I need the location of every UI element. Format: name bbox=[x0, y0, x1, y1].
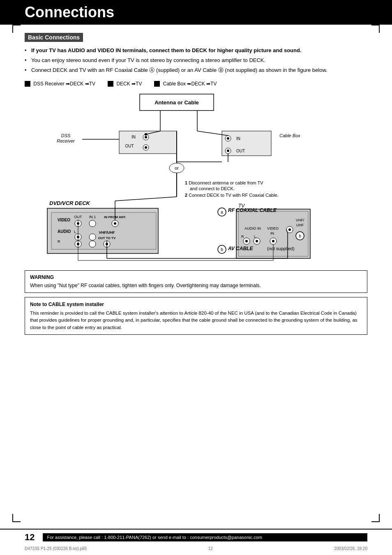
black-square-1 bbox=[25, 81, 30, 87]
assistance-text: For assistance, please call : 1-800-211-… bbox=[43, 533, 367, 541]
svg-text:OUT: OUT bbox=[236, 149, 245, 153]
svg-text:VIDEO: VIDEO bbox=[58, 218, 70, 222]
warning-text: When using "Nut type" RF coaxial cables,… bbox=[30, 282, 362, 289]
svg-text:IN: IN bbox=[236, 136, 240, 141]
page-number: 12 bbox=[25, 532, 35, 543]
svg-text:b: b bbox=[221, 247, 223, 252]
label-dss: DSS Receiver ➡DECK ➡TV bbox=[25, 81, 95, 87]
svg-text:RF COAXIAL CABLE: RF COAXIAL CABLE bbox=[228, 207, 277, 213]
corner-mark-tr bbox=[371, 25, 380, 33]
svg-rect-7 bbox=[119, 131, 177, 154]
label-cable-text: Cable Box ➡DECK ➡TV bbox=[161, 81, 217, 87]
svg-text:R: R bbox=[58, 240, 60, 244]
svg-point-22 bbox=[227, 150, 229, 152]
svg-text:AUDIO IN: AUDIO IN bbox=[244, 226, 261, 230]
svg-point-81 bbox=[272, 240, 274, 242]
doc-info: D4733S P1-25 (030226 B-lot).p65 12 2003/… bbox=[25, 546, 367, 551]
svg-text:UHF: UHF bbox=[296, 223, 304, 227]
label-deck-text: DECK ➡TV bbox=[115, 81, 142, 87]
svg-point-19 bbox=[227, 137, 229, 140]
svg-text:Cable Box: Cable Box bbox=[279, 133, 300, 138]
bullet-3-text: Connect DECK and TV with an RF Coaxial C… bbox=[31, 67, 327, 73]
corner-mark-bl bbox=[12, 514, 21, 522]
warning-title: WARNING bbox=[30, 274, 362, 281]
svg-point-14 bbox=[145, 146, 147, 149]
svg-point-43 bbox=[89, 220, 96, 227]
svg-text:(not supplied): (not supplied) bbox=[267, 246, 295, 251]
warning-box: WARNING When using "Nut type" RF coaxial… bbox=[25, 270, 367, 293]
svg-text:L: L bbox=[74, 230, 76, 234]
svg-text:DSS: DSS bbox=[61, 133, 71, 138]
diagram-svg: Antenna or Cable DSS Receiver IN bbox=[25, 90, 370, 263]
svg-point-46 bbox=[114, 222, 116, 225]
corner-mark-br bbox=[371, 514, 380, 522]
svg-point-51 bbox=[89, 234, 96, 240]
svg-text:2 Connect DECK to TV with RF C: 2 Connect DECK to TV with RF Coaxial Cab… bbox=[185, 193, 279, 198]
svg-text:IN: IN bbox=[131, 135, 136, 139]
svg-text:or: or bbox=[175, 166, 179, 170]
note-text: This reminder is provided to call the CA… bbox=[30, 310, 362, 331]
svg-text:DVD/VCR DECK: DVD/VCR DECK bbox=[49, 200, 91, 206]
svg-point-55 bbox=[89, 241, 96, 247]
svg-text:OUT TO TV: OUT TO TV bbox=[98, 236, 116, 240]
black-square-2 bbox=[108, 81, 113, 87]
svg-text:AV CABLE: AV CABLE bbox=[228, 246, 253, 251]
svg-text:VHF/UHF: VHF/UHF bbox=[99, 230, 115, 235]
svg-text:Receiver: Receiver bbox=[57, 138, 75, 143]
svg-point-68 bbox=[288, 228, 291, 231]
svg-point-10 bbox=[145, 136, 147, 138]
svg-text:IN: IN bbox=[270, 231, 274, 235]
svg-point-74 bbox=[245, 240, 248, 242]
svg-text:IN 1: IN 1 bbox=[89, 215, 96, 219]
svg-point-77 bbox=[256, 240, 258, 242]
bullet-1-text: If your TV has AUDIO and VIDEO IN termin… bbox=[31, 47, 302, 53]
bullet-1: If your TV has AUDIO and VIDEO IN termin… bbox=[25, 47, 367, 54]
header-bar: Connections bbox=[0, 0, 392, 25]
section-title: Basic Connections bbox=[25, 33, 83, 42]
svg-text:a: a bbox=[221, 210, 223, 214]
svg-text:OUT: OUT bbox=[74, 215, 83, 219]
bullet-list: If your TV has AUDIO and VIDEO IN termin… bbox=[25, 47, 367, 74]
page-title: Connections bbox=[25, 4, 114, 21]
corner-mark-tl bbox=[12, 25, 21, 33]
svg-text:Antenna or Cable: Antenna or Cable bbox=[154, 99, 199, 106]
svg-line-61 bbox=[115, 197, 177, 201]
svg-text:VIDEO: VIDEO bbox=[267, 226, 279, 230]
bullet-2: You can enjoy stereo sound even if your … bbox=[25, 57, 367, 64]
svg-text:and connect to DECK.: and connect to DECK. bbox=[190, 186, 235, 191]
svg-text:VHF/: VHF/ bbox=[296, 218, 304, 222]
doc-info-left: D4733S P1-25 (030226 B-lot).p65 bbox=[25, 546, 87, 551]
bullet-3: Connect DECK and TV with an RF Coaxial C… bbox=[25, 67, 367, 74]
svg-text:R: R bbox=[241, 235, 244, 239]
footer: 12 For assistance, please call : 1-800-2… bbox=[0, 529, 392, 543]
black-square-3 bbox=[154, 81, 160, 87]
label-cable: Cable Box ➡DECK ➡TV bbox=[154, 81, 217, 87]
diagram-labels-row: DSS Receiver ➡DECK ➡TV DECK ➡TV Cable Bo… bbox=[25, 81, 367, 87]
doc-info-right: 2003/02/26, 18:20 bbox=[334, 546, 367, 551]
svg-text:OUT: OUT bbox=[125, 144, 134, 148]
svg-text:1 Disconnect antenna or cable : 1 Disconnect antenna or cable from TV bbox=[185, 180, 263, 185]
svg-text:b: b bbox=[299, 234, 301, 238]
note-title: Note to CABLE system installer bbox=[30, 301, 362, 308]
doc-info-center: 12 bbox=[208, 546, 213, 551]
label-deck: DECK ➡TV bbox=[108, 81, 142, 87]
svg-text:AUDIO: AUDIO bbox=[58, 229, 71, 234]
main-content: Basic Connections If your TV has AUDIO a… bbox=[0, 25, 392, 343]
bullet-2-text: You can enjoy stereo sound even if your … bbox=[31, 57, 265, 63]
diagram-svg-container: Antenna or Cable DSS Receiver IN bbox=[25, 90, 367, 264]
note-box: Note to CABLE system installer This remi… bbox=[25, 297, 367, 335]
label-dss-text: DSS Receiver ➡DECK ➡TV bbox=[32, 81, 95, 87]
